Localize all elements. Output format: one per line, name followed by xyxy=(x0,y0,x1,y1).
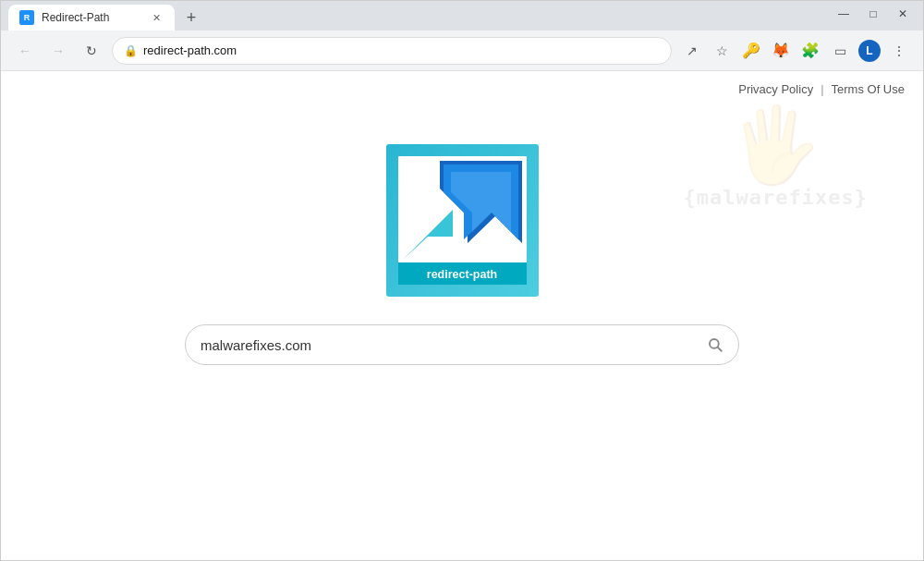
site-logo: redirect-path xyxy=(386,144,539,297)
page-content: 🖐 {malwarefixes} Privacy Policy | Terms … xyxy=(1,71,923,560)
address-bar: ← → ↻ 🔒 redirect-path.com ↗ ☆ 🔑 🦊 🧩 ▭ L … xyxy=(1,30,923,71)
tab-favicon: R xyxy=(19,10,34,25)
extension-fox-icon[interactable]: 🦊 xyxy=(768,38,794,64)
tab-bar: R Redirect-Path ✕ + xyxy=(8,1,831,30)
new-tab-button[interactable]: + xyxy=(178,5,204,30)
window-controls: — □ ✕ xyxy=(831,1,916,30)
menu-icon[interactable]: ⋮ xyxy=(886,38,912,64)
share-icon[interactable]: ↗ xyxy=(679,38,705,64)
search-button[interactable] xyxy=(707,336,723,353)
lock-icon: 🔒 xyxy=(124,44,138,57)
search-container xyxy=(1,324,923,365)
svg-line-9 xyxy=(718,348,722,351)
active-tab[interactable]: R Redirect-Path ✕ xyxy=(8,5,175,30)
back-button[interactable]: ← xyxy=(12,38,38,64)
bookmark-star-icon[interactable]: ☆ xyxy=(709,38,735,64)
forward-button[interactable]: → xyxy=(45,38,71,64)
tab-title: Redirect-Path xyxy=(42,11,141,24)
url-bar[interactable]: 🔒 redirect-path.com xyxy=(112,37,672,65)
minimize-button[interactable]: — xyxy=(831,1,857,27)
svg-text:redirect-path: redirect-path xyxy=(426,268,496,281)
browser-window: R Redirect-Path ✕ + — □ ✕ ← → ↻ 🔒 redire… xyxy=(0,0,924,561)
page-header: Privacy Policy | Terms Of Use xyxy=(1,71,923,107)
search-input[interactable] xyxy=(201,337,707,353)
terms-of-use-link[interactable]: Terms Of Use xyxy=(832,82,905,96)
tab-close-button[interactable]: ✕ xyxy=(149,10,164,25)
sidebar-icon[interactable]: ▭ xyxy=(827,38,853,64)
title-bar: R Redirect-Path ✕ + — □ ✕ xyxy=(1,1,923,30)
profile-icon[interactable]: L xyxy=(857,38,882,64)
logo-container: redirect-path xyxy=(1,144,923,297)
refresh-button[interactable]: ↻ xyxy=(79,38,104,64)
extensions-icon[interactable]: 🧩 xyxy=(797,38,823,64)
profile-avatar: L xyxy=(858,40,881,62)
toolbar-icons: ↗ ☆ 🔑 🦊 🧩 ▭ L ⋮ xyxy=(679,38,912,64)
extension-key-icon[interactable]: 🔑 xyxy=(738,38,764,64)
search-icon xyxy=(707,336,723,353)
search-bar xyxy=(185,324,739,365)
favicon-letter: R xyxy=(24,13,30,22)
close-button[interactable]: ✕ xyxy=(890,1,916,27)
maximize-button[interactable]: □ xyxy=(860,1,886,27)
privacy-policy-link[interactable]: Privacy Policy xyxy=(738,82,813,96)
header-separator: | xyxy=(821,82,823,96)
url-text: redirect-path.com xyxy=(143,43,660,57)
